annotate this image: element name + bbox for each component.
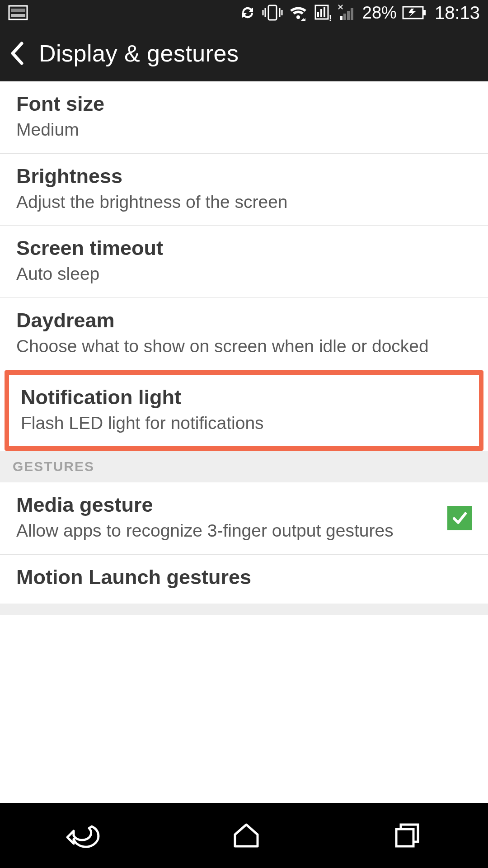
item-motion-launch[interactable]: Motion Launch gestures (0, 555, 488, 604)
back-button[interactable] (9, 41, 25, 66)
item-font-size[interactable]: Font size Medium (0, 81, 488, 154)
item-screen-timeout[interactable]: Screen timeout Auto sleep (0, 226, 488, 298)
item-subtitle: Choose what to show on screen when idle … (16, 335, 472, 358)
section-header-gestures: GESTURES (0, 451, 488, 482)
item-daydream[interactable]: Daydream Choose what to show on screen w… (0, 298, 488, 370)
svg-rect-1 (11, 9, 25, 12)
item-subtitle: Medium (16, 118, 472, 142)
app-bar: Display & gestures (0, 25, 488, 81)
navigation-bar (0, 803, 488, 868)
data-icon: ! (314, 4, 332, 22)
status-bar: ! ✕ 28% 18:13 (0, 0, 488, 25)
svg-rect-3 (268, 5, 277, 20)
clock: 18:13 (435, 3, 480, 23)
item-title: Screen timeout (16, 236, 472, 260)
svg-rect-16 (340, 16, 343, 20)
item-title: Daydream (16, 309, 472, 332)
svg-rect-13 (324, 7, 325, 17)
item-title: Media gesture (16, 493, 438, 517)
nav-back-button[interactable] (65, 821, 101, 850)
settings-list: Font size Medium Brightness Adjust the b… (0, 81, 488, 615)
wifi-icon (288, 4, 308, 22)
item-title: Brightness (16, 165, 472, 188)
item-brightness[interactable]: Brightness Adjust the brightness of the … (0, 154, 488, 226)
svg-rect-0 (9, 6, 27, 19)
svg-rect-23 (396, 829, 413, 846)
item-notification-light[interactable]: Notification light Flash LED light for n… (9, 375, 479, 447)
svg-rect-19 (351, 8, 353, 20)
item-subtitle: Auto sleep (16, 263, 472, 286)
svg-rect-11 (317, 12, 319, 17)
svg-text:✕: ✕ (337, 4, 344, 12)
page-title: Display & gestures (39, 40, 239, 67)
item-title: Motion Launch gestures (16, 566, 472, 589)
nav-home-button[interactable] (230, 821, 262, 850)
svg-rect-17 (343, 14, 346, 20)
checkbox-checked[interactable] (447, 506, 472, 530)
item-title: Font size (16, 92, 472, 116)
vibrate-icon (262, 4, 283, 22)
item-subtitle: Allow apps to recognize 3-finger output … (16, 519, 438, 542)
signal-icon: ✕ (337, 4, 357, 22)
sync-icon (239, 4, 257, 22)
svg-rect-2 (11, 14, 25, 17)
screenshot-notification-icon (8, 5, 28, 20)
svg-rect-12 (320, 9, 322, 17)
battery-charging-icon (402, 6, 427, 19)
item-subtitle: Adjust the brightness of the screen (16, 191, 472, 214)
svg-rect-21 (423, 10, 426, 15)
svg-text:!: ! (329, 14, 332, 22)
highlight-annotation: Notification light Flash LED light for n… (5, 370, 483, 451)
item-media-gesture[interactable]: Media gesture Allow apps to recognize 3-… (0, 482, 488, 555)
item-title: Notification light (21, 386, 463, 409)
item-subtitle: Flash LED light for notifications (21, 412, 463, 435)
list-end-gap (0, 604, 488, 615)
svg-rect-18 (347, 11, 350, 20)
svg-marker-22 (408, 9, 416, 17)
battery-percent: 28% (362, 3, 397, 23)
nav-recent-button[interactable] (392, 821, 423, 850)
